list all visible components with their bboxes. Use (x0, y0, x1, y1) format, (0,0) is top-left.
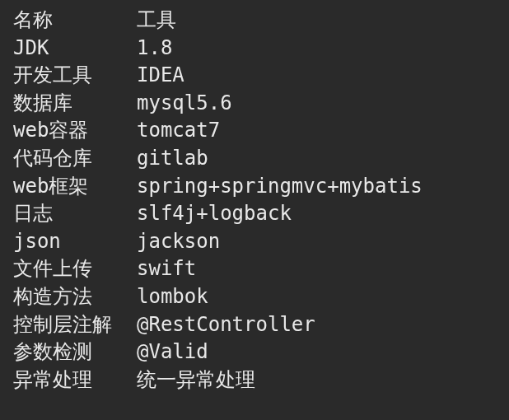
row-name: 名称 (13, 7, 137, 35)
row-name: web容器 (13, 117, 137, 145)
table-row: JDK 1.8 (13, 35, 496, 63)
row-name: web框架 (13, 173, 137, 201)
row-value: @RestController (137, 311, 496, 339)
row-value: slf4j+logback (137, 200, 496, 228)
row-name: 参数检测 (13, 338, 137, 366)
table-row: 日志 slf4j+logback (13, 200, 496, 228)
row-name: 日志 (13, 200, 137, 228)
row-value: 1.8 (137, 35, 496, 63)
table-row: json jackson (13, 228, 496, 256)
row-name: 异常处理 (13, 366, 137, 394)
table-row: 构造方法 lombok (13, 283, 496, 311)
row-name: JDK (13, 35, 137, 63)
row-name: 代码仓库 (13, 145, 137, 173)
table-row: 异常处理 统一异常处理 (13, 366, 496, 394)
row-value: jackson (137, 228, 496, 256)
table-row: web容器 tomcat7 (13, 117, 496, 145)
row-name: 控制层注解 (13, 311, 137, 339)
row-value: tomcat7 (137, 117, 496, 145)
table-row: 开发工具 IDEA (13, 62, 496, 90)
table-row: 参数检测 @Valid (13, 338, 496, 366)
row-value: IDEA (137, 62, 496, 90)
table-row: 数据库 mysql5.6 (13, 90, 496, 118)
row-name: 数据库 (13, 90, 137, 118)
table-row: web框架 spring+springmvc+mybatis (13, 173, 496, 201)
row-value: lombok (137, 283, 496, 311)
row-value: 统一异常处理 (137, 366, 496, 394)
row-value: 工具 (137, 7, 496, 35)
row-name: 文件上传 (13, 255, 137, 283)
table-row: 控制层注解 @RestController (13, 311, 496, 339)
table-row: 名称 工具 (13, 7, 496, 35)
table-row: 文件上传 swift (13, 255, 496, 283)
row-name: 构造方法 (13, 283, 137, 311)
row-value: spring+springmvc+mybatis (137, 173, 496, 201)
row-name: json (13, 228, 137, 256)
row-value: @Valid (137, 338, 496, 366)
row-value: gitlab (137, 145, 496, 173)
table-row: 代码仓库 gitlab (13, 145, 496, 173)
row-value: mysql5.6 (137, 90, 496, 118)
row-value: swift (137, 255, 496, 283)
row-name: 开发工具 (13, 62, 137, 90)
tech-stack-table: 名称 工具 JDK 1.8 开发工具 IDEA 数据库 mysql5.6 web… (13, 7, 496, 394)
